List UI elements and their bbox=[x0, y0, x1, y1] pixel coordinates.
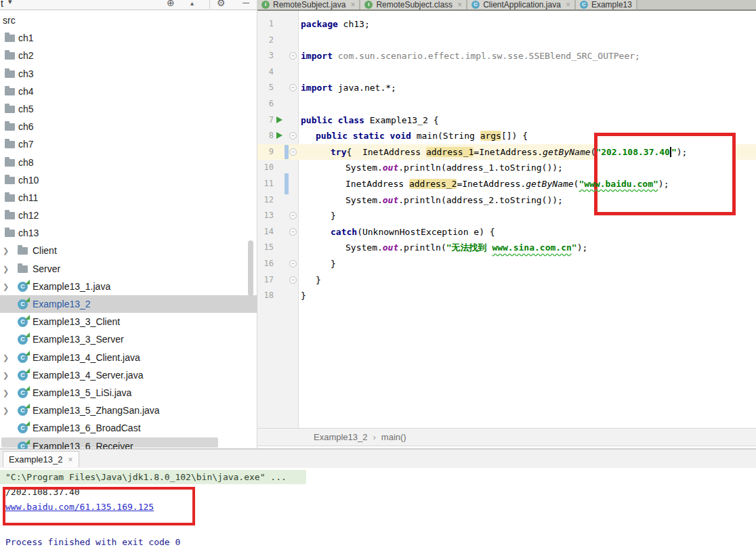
tree-item-example13-2[interactable]: CExample13_2 bbox=[0, 295, 257, 313]
fold-icon[interactable]: − bbox=[289, 228, 297, 236]
code-line-14[interactable]: 14−catch(UnknownHostException e) { bbox=[257, 224, 756, 240]
java-class-icon: C bbox=[18, 370, 28, 381]
tree-item-example13-4-client-java[interactable]: ❯CExample13_4_Client.java bbox=[0, 349, 257, 366]
collapse-all-icon[interactable]: ▴ bbox=[190, 0, 194, 7]
line-number: 6 bbox=[257, 96, 274, 112]
chevron-right-icon[interactable]: ❯ bbox=[3, 349, 9, 366]
tree-item-label: Example13_6_Receiver bbox=[33, 437, 133, 450]
ide-window: t ▾ ⊕ ▴ ⚙ ─ srcch1ch2ch3ch4ch5ch6ch7ch8c… bbox=[0, 0, 756, 560]
code-line-6[interactable]: 6 bbox=[257, 96, 756, 112]
tree-item-ch13[interactable]: ch13 bbox=[0, 224, 257, 242]
code-line-8[interactable]: 8−public static void main(String args[])… bbox=[257, 128, 756, 144]
code-line-4[interactable]: 4 bbox=[257, 64, 756, 81]
chevron-right-icon[interactable]: ❯ bbox=[3, 242, 9, 259]
tree-item-src[interactable]: src bbox=[0, 12, 257, 29]
tree-item-ch12[interactable]: ch12 bbox=[0, 207, 257, 224]
tree-item-server[interactable]: ❯Server bbox=[0, 260, 257, 278]
code-line-13[interactable]: 13−} bbox=[257, 208, 756, 224]
code-text: try{ InetAddress address_1=InetAddress.g… bbox=[301, 144, 687, 160]
code-text: import java.net.*; bbox=[301, 80, 396, 96]
chevron-right-icon[interactable]: ❯ bbox=[3, 278, 9, 295]
chevron-right-icon[interactable]: ❯ bbox=[3, 366, 9, 384]
tree-item-example13-4-server-java[interactable]: ❯CExample13_4_Server.java bbox=[0, 366, 257, 384]
code-line-5[interactable]: 5−import java.net.*; bbox=[257, 80, 756, 96]
code-line-9[interactable]: 9−try{ InetAddress address_1=InetAddress… bbox=[257, 144, 756, 160]
tree-item-client[interactable]: ❯Client bbox=[0, 242, 257, 259]
code-line-7[interactable]: 7public class Example13_2 { bbox=[257, 112, 756, 129]
close-icon[interactable]: × bbox=[68, 455, 73, 465]
fold-icon[interactable]: − bbox=[289, 52, 297, 60]
fold-icon[interactable]: − bbox=[289, 260, 297, 267]
run-arrow-icon[interactable] bbox=[276, 132, 282, 139]
line-number: 13 bbox=[257, 208, 274, 224]
line-number: 15 bbox=[257, 240, 274, 256]
folder-icon bbox=[5, 88, 15, 95]
project-panel: t ▾ ⊕ ▴ ⚙ ─ srcch1ch2ch3ch4ch5ch6ch7ch8c… bbox=[0, 0, 257, 449]
hide-panel-icon[interactable]: ─ bbox=[243, 0, 249, 8]
run-arrow-icon[interactable] bbox=[276, 116, 282, 123]
chevron-right-icon[interactable]: ❯ bbox=[3, 384, 9, 402]
tree-item-ch5[interactable]: ch5 bbox=[0, 100, 257, 118]
fold-icon[interactable]: − bbox=[289, 148, 297, 156]
tree-item-ch1[interactable]: ch1 bbox=[0, 29, 257, 47]
tree-item-label: ch2 bbox=[18, 47, 34, 64]
locate-icon[interactable]: ⊕ bbox=[167, 0, 175, 8]
tree-item-ch3[interactable]: ch3 bbox=[0, 65, 257, 83]
breadcrumb-method[interactable]: main() bbox=[381, 432, 406, 442]
tree-item-label: ch13 bbox=[18, 224, 39, 242]
tree-item-label: Example13_5_LiSi.java bbox=[33, 384, 131, 402]
chevron-right-icon[interactable]: ❯ bbox=[3, 402, 9, 419]
tree-item-example13-5-lisi-java[interactable]: ❯CExample13_5_LiSi.java bbox=[0, 384, 257, 402]
code-line-15[interactable]: 15System.out.println("无法找到 www.sina.com.… bbox=[257, 240, 756, 256]
code-text: } bbox=[301, 208, 336, 224]
code-line-10[interactable]: 10System.out.println(address_1.toString(… bbox=[257, 160, 756, 176]
code-line-2[interactable]: 2 bbox=[257, 33, 756, 49]
folder-icon bbox=[5, 52, 15, 60]
code-line-18[interactable]: 18} bbox=[257, 288, 756, 304]
tree-item-ch11[interactable]: ch11 bbox=[0, 189, 257, 207]
code-text: System.out.println(address_2.toString())… bbox=[301, 192, 563, 209]
project-panel-header: t ▾ ⊕ ▴ ⚙ ─ bbox=[0, 0, 257, 10]
tree-item-ch10[interactable]: ch10 bbox=[0, 171, 257, 189]
code-line-17[interactable]: 17−} bbox=[257, 272, 756, 288]
tree-item-example13-3-client[interactable]: CExample13_3_Client bbox=[0, 313, 257, 330]
run-panel-header: Example13_2 × bbox=[0, 450, 756, 468]
tree-item-ch4[interactable]: ch4 bbox=[0, 83, 257, 100]
code-line-12[interactable]: 12System.out.println(address_2.toString(… bbox=[257, 192, 756, 209]
code-line-16[interactable]: 16−} bbox=[257, 256, 756, 272]
tree-item-label: Example13_2 bbox=[33, 295, 91, 313]
code-line-11[interactable]: 11InetAddress address_2=InetAddress.getB… bbox=[257, 176, 756, 192]
tree-item-label: Example13_4_Client.java bbox=[33, 349, 140, 366]
tree-item-label: ch11 bbox=[18, 189, 38, 207]
line-number: 12 bbox=[257, 192, 274, 209]
fold-icon[interactable]: − bbox=[289, 132, 297, 139]
tree-item-ch6[interactable]: ch6 bbox=[0, 118, 257, 135]
tree-item-ch2[interactable]: ch2 bbox=[0, 47, 257, 64]
tree-item-label: ch7 bbox=[18, 135, 34, 153]
java-class-icon: C bbox=[18, 388, 28, 398]
line-number: 18 bbox=[257, 288, 274, 304]
gear-icon[interactable]: ⚙ bbox=[217, 0, 226, 8]
code-line-1[interactable]: 1package ch13; bbox=[257, 16, 756, 33]
chevron-down-icon[interactable]: ▾ bbox=[8, 0, 12, 6]
code-view[interactable]: 1package ch13;23−import com.sun.scenario… bbox=[257, 0, 756, 428]
tree-item-example13-3-server[interactable]: CExample13_3_Server bbox=[0, 330, 257, 348]
tree-item-ch7[interactable]: ch7 bbox=[0, 135, 257, 153]
code-text: package ch13; bbox=[301, 16, 370, 33]
run-tab[interactable]: Example13_2 × bbox=[3, 451, 79, 467]
fold-icon[interactable]: − bbox=[289, 276, 297, 284]
tree-item-example13-6-broadcast[interactable]: CExample13_6_BroadCast bbox=[0, 419, 257, 437]
fold-icon[interactable]: − bbox=[289, 212, 297, 219]
fold-icon[interactable]: − bbox=[289, 84, 297, 91]
tree-item-example13-1-java[interactable]: ❯CExample13_1.java bbox=[0, 278, 257, 295]
tree-item-example13-6-receiver[interactable]: CExample13_6_Receiver bbox=[0, 437, 257, 450]
breadcrumb-file[interactable]: Example13_2 bbox=[314, 432, 368, 442]
tree-vertical-scrollbar[interactable] bbox=[248, 240, 253, 296]
code-line-3[interactable]: 3−import com.sun.scenario.effect.impl.sw… bbox=[257, 48, 756, 64]
tree-item-example13-5-zhangsan-java[interactable]: ❯CExample13_5_ZhangSan.java bbox=[0, 402, 257, 419]
tree-item-ch8[interactable]: ch8 bbox=[0, 154, 257, 171]
vcs-change-bar bbox=[285, 145, 289, 159]
java-class-icon: C bbox=[18, 317, 28, 327]
tree-item-label: ch8 bbox=[18, 154, 34, 171]
chevron-right-icon[interactable]: ❯ bbox=[3, 260, 9, 278]
